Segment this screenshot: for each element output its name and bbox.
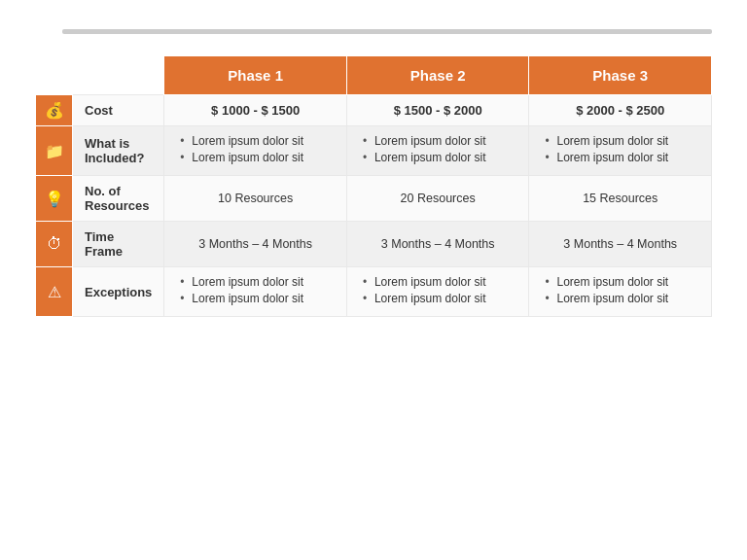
row-exceptions-phase1: Lorem ipsum dolor sitLorem ipsum dolor s… — [164, 267, 347, 317]
list-item: Lorem ipsum dolor sit — [543, 292, 697, 305]
list-item: Lorem ipsum dolor sit — [178, 134, 333, 148]
list-item: Lorem ipsum dolor sit — [178, 275, 333, 289]
timer-icon: ⏱ — [36, 222, 73, 267]
row-timeframe-phase2: 3 Months – 4 Months — [346, 222, 529, 267]
row-resources-phase1: 10 Resources — [164, 176, 347, 222]
phase2-header: Phase 2 — [346, 56, 529, 95]
header-empty-cell — [36, 56, 164, 95]
row-label-timeframe: Time Frame — [73, 222, 164, 267]
row-included-phase2: Lorem ipsum dolor sitLorem ipsum dolor s… — [346, 126, 529, 176]
row-exceptions-phase3: Lorem ipsum dolor sitLorem ipsum dolor s… — [529, 267, 712, 317]
project-cost-table: Phase 1 Phase 2 Phase 3 💰Cost$ 1000 - $ … — [35, 55, 712, 317]
row-label-cost: Cost — [73, 95, 164, 126]
row-cost-phase2: $ 1500 - $ 2000 — [346, 95, 529, 126]
list-item: Lorem ipsum dolor sit — [178, 151, 333, 164]
row-timeframe-phase3: 3 Months – 4 Months — [529, 222, 712, 267]
list-item: Lorem ipsum dolor sit — [543, 151, 697, 164]
row-resources-phase3: 15 Resources — [529, 176, 712, 222]
list-item: Lorem ipsum dolor sit — [178, 292, 333, 305]
title-line — [62, 29, 712, 34]
row-label-included: What is Included? — [73, 126, 164, 176]
list-item: Lorem ipsum dolor sit — [543, 134, 697, 148]
list-item: Lorem ipsum dolor sit — [361, 275, 516, 289]
list-item: Lorem ipsum dolor sit — [361, 151, 516, 164]
row-exceptions-phase2: Lorem ipsum dolor sitLorem ipsum dolor s… — [346, 267, 529, 317]
title-row — [35, 29, 712, 34]
row-label-exceptions: Exceptions — [73, 267, 164, 317]
money-icon: 💰 — [36, 95, 73, 126]
table-wrap: Phase 1 Phase 2 Phase 3 💰Cost$ 1000 - $ … — [35, 55, 712, 317]
lightbulb-icon: 💡 — [36, 176, 73, 222]
row-cost-phase1: $ 1000 - $ 1500 — [164, 95, 347, 126]
page: Phase 1 Phase 2 Phase 3 💰Cost$ 1000 - $ … — [0, 0, 747, 560]
phase1-header: Phase 1 — [164, 56, 347, 95]
phase3-header: Phase 3 — [529, 56, 712, 95]
row-cost-phase3: $ 2000 - $ 2500 — [529, 95, 712, 126]
warning-icon: ⚠ — [36, 267, 73, 317]
row-timeframe-phase1: 3 Months – 4 Months — [164, 222, 347, 267]
folder-icon: 📁 — [36, 126, 73, 176]
list-item: Lorem ipsum dolor sit — [543, 275, 697, 289]
row-label-resources: No. of Resources — [73, 176, 164, 222]
list-item: Lorem ipsum dolor sit — [361, 134, 516, 148]
row-resources-phase2: 20 Resources — [346, 176, 529, 222]
row-included-phase1: Lorem ipsum dolor sitLorem ipsum dolor s… — [164, 126, 347, 176]
row-included-phase3: Lorem ipsum dolor sitLorem ipsum dolor s… — [529, 126, 712, 176]
list-item: Lorem ipsum dolor sit — [361, 292, 516, 305]
